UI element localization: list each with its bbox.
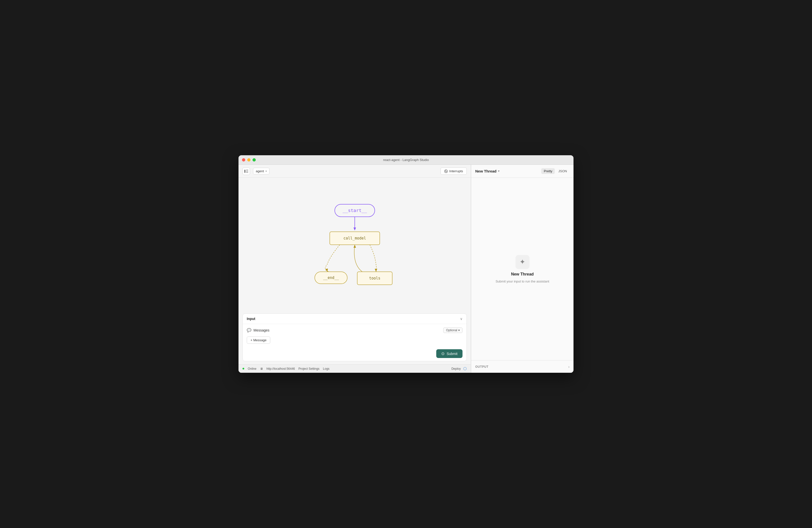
status-right: Deploy ⬡: [451, 366, 467, 371]
left-panel: agent ▾ Interrupts _: [238, 165, 471, 373]
chevron-down-icon: ▾: [265, 170, 267, 173]
online-label: Online: [248, 367, 257, 370]
deploy-icon: ⬡: [463, 366, 467, 371]
main-window: react-agent - LangGraph Studio agent ▾: [238, 155, 574, 373]
svg-rect-2: [246, 171, 248, 172]
logs-link[interactable]: Logs: [323, 367, 330, 370]
right-content: ✦ New Thread Submit your input to run th…: [471, 178, 574, 360]
json-view-button[interactable]: JSON: [556, 168, 569, 174]
chat-icon: 💬: [247, 328, 251, 333]
graph-diagram: __start__ call_model __end__: [302, 197, 407, 292]
sidebar-toggle-button[interactable]: [243, 167, 250, 175]
localhost-link[interactable]: http://localhost:56446: [266, 367, 295, 370]
svg-rect-0: [244, 170, 246, 173]
messages-row: 💬 Messages Optional ▾: [247, 325, 463, 336]
optional-dropdown[interactable]: Optional ▾: [443, 327, 463, 333]
output-label: OUTPUT: [475, 365, 568, 368]
close-button[interactable]: [242, 158, 245, 161]
title-bar: react-agent - LangGraph Studio: [238, 155, 574, 165]
right-toolbar: New Thread ▾ Pretty JSON: [471, 165, 574, 178]
right-panel: New Thread ▾ Pretty JSON ✦ New Thread Su…: [471, 165, 574, 373]
output-section[interactable]: OUTPUT ›: [471, 360, 574, 373]
minimize-button[interactable]: [247, 158, 250, 161]
view-toggle: Pretty JSON: [541, 168, 569, 174]
maximize-button[interactable]: [252, 158, 256, 161]
new-thread-icon-wrapper: ✦: [516, 255, 530, 269]
app-body: agent ▾ Interrupts _: [238, 165, 574, 373]
interrupts-label: Interrupts: [449, 169, 463, 173]
online-indicator: [243, 368, 244, 369]
pretty-view-button[interactable]: Pretty: [541, 168, 555, 174]
add-message-label: + Message: [250, 338, 266, 342]
submit-row: ⊙ Submit: [243, 347, 466, 361]
optional-label: Optional: [446, 328, 457, 332]
play-icon: ⊙: [441, 351, 445, 356]
agent-label: agent: [256, 169, 264, 173]
tools-node-label: tools: [369, 276, 380, 280]
input-collapse-icon: ∨: [460, 317, 463, 321]
output-chevron-icon: ›: [568, 365, 569, 369]
start-node-label: __start__: [343, 208, 367, 213]
arrow-model-to-end: [325, 245, 340, 272]
input-body: 💬 Messages Optional ▾ + Message: [243, 324, 466, 347]
submit-button[interactable]: ⊙ Submit: [436, 349, 463, 358]
deploy-button[interactable]: Deploy: [451, 367, 461, 370]
left-toolbar: agent ▾ Interrupts: [238, 165, 471, 178]
interrupts-button[interactable]: Interrupts: [440, 167, 467, 175]
arrowhead-model-to-tools: [375, 269, 377, 272]
input-panel: Input ∨ 💬 Messages Optional ▾: [243, 313, 467, 361]
call-model-label: call_model: [343, 236, 366, 240]
add-message-button[interactable]: + Message: [247, 337, 270, 344]
svg-rect-1: [246, 170, 248, 170]
project-settings-link[interactable]: Project Settings: [299, 367, 319, 370]
traffic-lights: [242, 158, 256, 161]
monitor-icon: 🖥: [260, 367, 263, 370]
input-title: Input: [247, 317, 255, 321]
arrow-model-to-tools: [370, 245, 377, 272]
new-thread-label: New Thread: [475, 169, 496, 173]
new-thread-subtitle: Submit your input to run the assistant: [495, 279, 549, 283]
new-thread-dropdown[interactable]: New Thread ▾: [475, 169, 499, 173]
interrupts-icon: [444, 170, 448, 173]
graph-canvas: __start__ call_model __end__: [238, 178, 471, 310]
input-header[interactable]: Input ∨: [243, 314, 466, 324]
submit-label: Submit: [447, 352, 458, 356]
arrowhead-start-to-model: [353, 228, 356, 231]
svg-rect-3: [246, 172, 248, 173]
window-title: react-agent - LangGraph Studio: [383, 158, 429, 162]
optional-chevron-icon: ▾: [458, 328, 460, 332]
arrow-tools-to-model: [354, 245, 362, 272]
agent-dropdown[interactable]: agent ▾: [253, 168, 270, 175]
messages-label: Messages: [253, 328, 270, 332]
new-thread-chevron-icon: ▾: [498, 170, 499, 173]
sparkle-icon: ✦: [520, 258, 525, 266]
status-bar: Online 🖥 http://localhost:56446 Project …: [238, 364, 471, 373]
messages-left: 💬 Messages: [247, 328, 270, 333]
end-node-label: __end__: [323, 276, 339, 280]
arrowhead-tools-to-model: [353, 245, 356, 248]
new-thread-title: New Thread: [511, 272, 534, 277]
